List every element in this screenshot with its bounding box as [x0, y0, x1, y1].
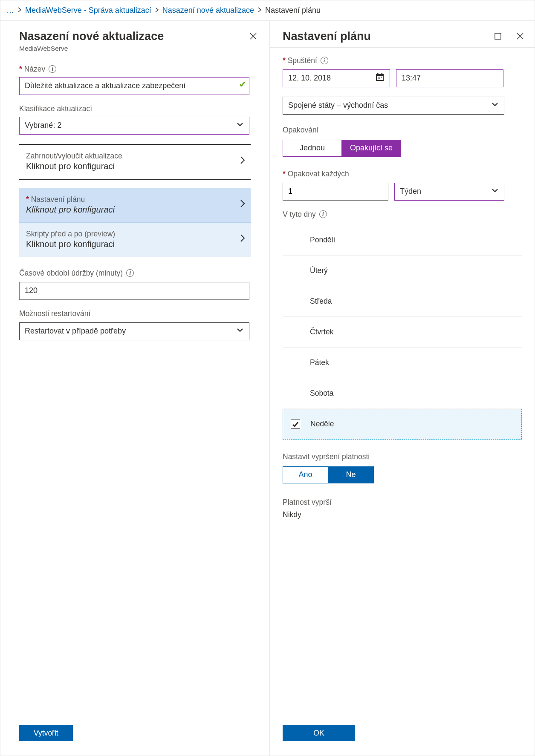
repeat-option-once[interactable]: Jednou: [283, 140, 342, 156]
reboot-select[interactable]: Restartovat v případě potřeby: [19, 322, 249, 340]
day-label: Středa: [310, 297, 332, 306]
start-time-input[interactable]: 13:47: [396, 69, 503, 87]
name-input[interactable]: [19, 77, 249, 95]
ok-button[interactable]: OK: [283, 725, 355, 741]
panel-deployment-subtitle: MediaWebServe: [19, 45, 164, 52]
day-row-4[interactable]: Pátek: [283, 348, 522, 378]
checkbox-placeholder: [290, 388, 300, 398]
close-icon[interactable]: [515, 31, 525, 41]
every-unit-value: Týden: [400, 187, 421, 196]
validity-value: Nikdy: [283, 510, 522, 519]
chevron-right-icon: [239, 154, 246, 168]
nav-schedule-value: Kliknout pro konfiguraci: [26, 205, 115, 215]
start-date-input[interactable]: 12. 10. 2018: [283, 69, 390, 87]
panel-schedule: Nastavení plánu Spuštění i 12. 10. 2018: [270, 21, 535, 756]
info-icon[interactable]: i: [319, 210, 327, 218]
timezone-select[interactable]: Spojené státy – východní čas: [283, 97, 504, 115]
day-label: Úterý: [310, 266, 328, 275]
close-icon[interactable]: [248, 31, 258, 41]
expire-label: Nastavit vypršení platnosti: [283, 452, 370, 461]
svg-rect-12: [378, 78, 379, 79]
info-icon[interactable]: i: [321, 57, 328, 64]
nav-scripts[interactable]: Skripty před a po (preview) Kliknout pro…: [19, 222, 251, 257]
calendar-icon: [375, 72, 385, 84]
svg-rect-6: [377, 76, 383, 80]
day-label: Čtvrtek: [310, 328, 333, 336]
day-row-6[interactable]: Neděle: [283, 409, 522, 440]
svg-rect-2: [495, 33, 501, 39]
expire-option-no[interactable]: Ne: [328, 467, 373, 483]
every-value-input[interactable]: [283, 183, 388, 201]
chevron-right-icon: [239, 198, 246, 212]
checkbox-placeholder: [290, 327, 300, 336]
classification-value: Vybrané: 2: [25, 121, 61, 130]
checkbox-placeholder: [290, 358, 300, 367]
every-unit-select[interactable]: Týden: [394, 183, 504, 201]
start-date-value: 12. 10. 2018: [288, 74, 331, 83]
svg-rect-7: [377, 73, 379, 75]
validity-label: Platnost vyprší: [283, 498, 332, 507]
create-button[interactable]: Vytvořit: [19, 725, 73, 741]
panel-deployment: Nasazení nové aktualizace MediaWebServe …: [0, 21, 270, 756]
checkbox-placeholder: [290, 266, 300, 275]
reboot-value: Restartovat v případě potřeby: [25, 327, 126, 336]
nav-include-exclude-value: Kliknout pro konfiguraci: [26, 161, 122, 171]
nav-scripts-value: Kliknout pro konfiguraci: [26, 239, 115, 249]
reboot-label: Možnosti restartování: [19, 309, 90, 318]
day-row-2[interactable]: Středa: [283, 286, 522, 317]
chevron-down-icon: [236, 326, 244, 336]
day-row-1[interactable]: Úterý: [283, 256, 522, 286]
maint-input[interactable]: [19, 282, 249, 300]
maximize-icon[interactable]: [493, 31, 503, 41]
repeat-option-recurring[interactable]: Opakující se: [342, 140, 401, 156]
chevron-right-icon: [239, 232, 246, 246]
checkbox-placeholder: [290, 236, 300, 245]
breadcrumb-item-2: Nastavení plánu: [265, 6, 321, 15]
panel-deployment-title: Nasazení nové aktualizace: [19, 29, 164, 44]
day-label: Pondělí: [310, 236, 335, 244]
day-row-5[interactable]: Sobota: [283, 378, 522, 409]
breadcrumb: … MediaWebServe - Správa aktualizací Nas…: [0, 0, 535, 21]
day-row-3[interactable]: Čtvrtek: [283, 317, 522, 348]
timezone-value: Spojené státy – východní čas: [288, 101, 388, 110]
breadcrumb-sep: [17, 6, 22, 15]
checkbox-placeholder: [290, 296, 300, 306]
repeat-label: Opakování: [283, 126, 319, 135]
nav-schedule[interactable]: Nastavení plánu Kliknout pro konfiguraci: [19, 188, 251, 222]
breadcrumb-item-1[interactable]: Nasazení nové aktualizace: [162, 6, 254, 15]
info-icon[interactable]: i: [126, 269, 134, 277]
chevron-down-icon: [491, 187, 499, 196]
nav-include-exclude-label: Zahrnout/vyloučit aktualizace: [26, 152, 122, 161]
checkbox-icon[interactable]: [291, 420, 300, 429]
classification-label: Klasifikace aktualizací: [19, 104, 92, 113]
day-label: Pátek: [310, 358, 329, 367]
nav-schedule-label: Nastavení plánu: [26, 195, 115, 204]
svg-rect-11: [381, 77, 382, 78]
nav-scripts-label: Skripty před a po (preview): [26, 230, 115, 239]
maint-label: Časové období údržby (minuty): [19, 269, 123, 278]
day-label: Neděle: [310, 420, 334, 428]
every-label: Opakovat každých: [283, 170, 349, 178]
breadcrumb-ellipsis[interactable]: …: [6, 6, 14, 15]
chevron-down-icon: [236, 121, 244, 130]
repeat-toggle: Jednou Opakující se: [283, 140, 401, 157]
start-time-value: 13:47: [402, 74, 421, 83]
svg-rect-9: [378, 77, 379, 78]
nav-include-exclude[interactable]: Zahrnout/vyloučit aktualizace Kliknout p…: [19, 145, 251, 180]
panel-schedule-title: Nastavení plánu: [283, 29, 371, 44]
chevron-down-icon: [491, 101, 499, 110]
svg-rect-10: [379, 77, 380, 78]
breadcrumb-item-0[interactable]: MediaWebServe - Správa aktualizací: [25, 6, 151, 15]
classification-select[interactable]: Vybrané: 2: [19, 117, 249, 135]
day-row-0[interactable]: Pondělí: [283, 225, 522, 256]
svg-rect-13: [379, 78, 380, 79]
expire-option-yes[interactable]: Ano: [283, 467, 328, 483]
days-label: V tyto dny: [283, 210, 316, 219]
day-label: Sobota: [310, 389, 333, 398]
svg-rect-8: [382, 73, 383, 75]
name-label: Název: [19, 65, 45, 74]
expire-toggle: Ano Ne: [283, 466, 374, 483]
start-label: Spuštění: [283, 56, 317, 65]
info-icon[interactable]: i: [49, 65, 56, 73]
check-icon: ✔: [239, 79, 246, 89]
